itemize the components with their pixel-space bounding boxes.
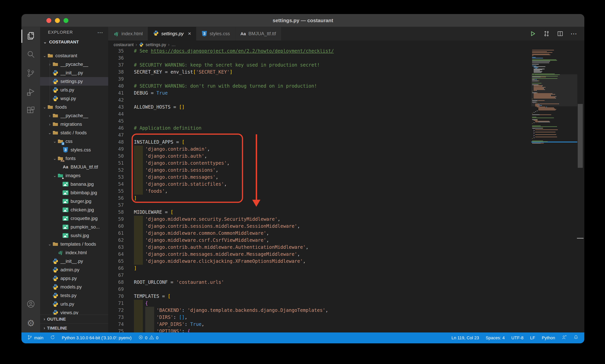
activity-item-account[interactable] — [21, 295, 40, 314]
tree-item-label: settings.py — [60, 79, 83, 84]
close-tab-icon[interactable]: × — [188, 31, 191, 37]
tree-item--pycache-[interactable]: ›__pycache__ — [40, 111, 108, 120]
extensions-icon — [26, 106, 35, 116]
breadcrumb-item[interactable]: settings.py — [146, 42, 166, 47]
code-line-68: 68ROOT_URLCONF = 'costaurant.urls' — [108, 279, 584, 286]
tree-item-label: fonts — [66, 156, 76, 161]
activity-item-source-control[interactable] — [21, 64, 40, 83]
tree-item-admin-py[interactable]: admin.py — [40, 265, 108, 274]
status-label: UTF-8 — [511, 335, 523, 340]
tab-styles-css[interactable]: 3styles.css — [196, 27, 235, 40]
status-sync[interactable] — [50, 335, 55, 341]
tree-item-bmjua-ttf-ttf[interactable]: AaBMJUA_ttf.ttf — [40, 163, 108, 171]
tree-item-pumpkin-so-[interactable]: pumpkin_so... — [40, 223, 108, 231]
status-feedback[interactable] — [562, 335, 567, 341]
line-number: 68 — [108, 279, 124, 286]
tree-item-urls-py[interactable]: urls.py — [40, 86, 108, 94]
tree-item-static-foods[interactable]: ⌄static / foods — [40, 129, 108, 137]
activity-item-extensions[interactable] — [21, 102, 40, 120]
minimap[interactable] — [531, 49, 577, 332]
line-content: 'django.contrib.messages.middleware.Mess… — [134, 251, 300, 258]
status-bar-right: Ln 119, Col 23Spaces: 4UTF-8LFPython — [445, 335, 578, 341]
tree-item-index-html[interactable]: djindex.html — [40, 248, 108, 257]
editor-scrollbar[interactable] — [578, 49, 583, 332]
compare-icon[interactable] — [543, 30, 550, 37]
code-editor[interactable]: 35# See https://docs.djangoproject.com/e… — [108, 49, 584, 332]
tree-item-croquette-jpg[interactable]: croquette.jpg — [40, 214, 108, 223]
code-line-38: 38SECRET_KEY = env_list['SECRET_KEY'] — [108, 68, 584, 76]
line-number: 38 — [108, 68, 124, 76]
tree-item-label: urls.py — [60, 301, 74, 307]
status-encoding[interactable]: UTF-8 — [511, 335, 523, 340]
tab-index-html[interactable]: djindex.html — [108, 27, 148, 40]
tree-item--init-py[interactable]: __init__.py — [40, 257, 108, 265]
tab-settings-py[interactable]: settings.py× — [148, 27, 196, 40]
panel-outline[interactable]: ›OUTLINE — [40, 314, 108, 324]
breadcrumb-item[interactable]: … — [172, 42, 176, 47]
activity-item-run-debug[interactable] — [21, 83, 40, 102]
line-number: 65 — [108, 258, 124, 265]
explorer-more-actions-icon[interactable]: ⋯ — [97, 29, 104, 36]
status-interpreter[interactable]: Python 3.10.0 64-bit ('3.10.0': pyenv) — [62, 335, 132, 340]
tree-item-sushi-jpg[interactable]: sushi.jpg — [40, 231, 108, 240]
tree-item-styles-css[interactable]: 3styles.css — [40, 146, 108, 154]
minimap-slider[interactable] — [531, 74, 577, 106]
tree-item-models-py[interactable]: models.py — [40, 283, 108, 291]
code-line-60: 60 'django.contrib.sessions.middleware.S… — [108, 223, 584, 230]
css-folder-icon: 3 — [57, 138, 64, 144]
activity-item-search[interactable] — [21, 46, 40, 64]
workspace-section-header[interactable]: ⌄ COSTAURANT — [40, 38, 108, 46]
line-number: 62 — [108, 237, 124, 244]
status-cursor-position[interactable]: Ln 119, Col 23 — [451, 335, 479, 340]
tree-item-chicken-jpg[interactable]: chicken.jpg — [40, 206, 108, 214]
tree-item-apps-py[interactable]: apps.py — [40, 274, 108, 283]
activity-item-explorer[interactable] — [21, 27, 40, 46]
tree-item--init-py[interactable]: __init__.py — [40, 68, 108, 77]
run-icon[interactable] — [529, 30, 536, 37]
status-branch[interactable]: main — [27, 335, 43, 341]
tree-item-templates-foods[interactable]: ⌄templates / foods — [40, 240, 108, 248]
tree-item-views-py[interactable]: views.py — [40, 308, 108, 314]
image-file-icon — [62, 190, 69, 196]
panel-timeline[interactable]: ›TIMELINE — [40, 324, 108, 332]
tree-item-urls-py[interactable]: urls.py — [40, 300, 108, 308]
tree-item-banana-jpg[interactable]: banana.jpg — [40, 180, 108, 188]
scrollbar-thumb[interactable] — [578, 104, 583, 168]
chevron-down-icon: ⌄ — [52, 139, 57, 144]
status-problems[interactable]: 00 — [138, 335, 158, 341]
code-line-41: 41DEBUG = True — [108, 90, 584, 97]
tree-item-fonts[interactable]: ⌄Aafonts — [40, 154, 108, 163]
breadcrumb-item[interactable]: costaurant — [114, 42, 134, 47]
ellipsis-icon[interactable]: ⋯ — [570, 30, 577, 37]
line-number: 49 — [108, 146, 124, 153]
activity-item-settings[interactable]: ⚙ — [21, 314, 40, 332]
tree-item-css[interactable]: ⌄3css — [40, 137, 108, 146]
tree-item-label: apps.py — [60, 276, 77, 281]
line-number: 43 — [108, 104, 124, 111]
tree-item-costaurant[interactable]: ⌄costaurant — [40, 52, 108, 60]
tree-item-migrations[interactable]: ›migrations — [40, 120, 108, 129]
tree-item-images[interactable]: ⌄▲images — [40, 171, 108, 180]
tab-bmjua-ttf-ttf[interactable]: AaBMJUA_ttf.ttf — [235, 27, 281, 40]
image-file-icon — [62, 215, 69, 221]
tree-item-burger-jpg[interactable]: burger.jpg — [40, 197, 108, 206]
tab-label: BMJUA_ttf.ttf — [248, 31, 276, 36]
status-bar: mainPython 3.10.0 64-bit ('3.10.0': pyen… — [21, 332, 584, 343]
title-bar[interactable]: settings.py — costaurant — [21, 14, 584, 27]
code-line-63: 63 'django.contrib.auth.middleware.Authe… — [108, 244, 584, 251]
status-notifications[interactable] — [573, 335, 578, 341]
status-indentation[interactable]: Spaces: 4 — [486, 335, 505, 340]
tree-item-wsgi-py[interactable]: wsgi.py — [40, 94, 108, 103]
python-file-icon — [153, 30, 159, 37]
tree-item-label: styles.css — [70, 147, 91, 153]
tree-item-tests-py[interactable]: tests.py — [40, 291, 108, 300]
line-content: # SECURITY WARNING: don't run with debug… — [134, 82, 317, 90]
tree-item--pycache-[interactable]: ›__pycache__ — [40, 60, 108, 68]
tree-item-settings-py[interactable]: settings.py — [40, 77, 108, 86]
tree-item-foods[interactable]: ⌄foods — [40, 103, 108, 111]
status-language-mode[interactable]: Python — [542, 335, 555, 340]
line-content: 'django.middleware.clickjacking.XFrameOp… — [134, 258, 306, 265]
split-icon[interactable] — [557, 30, 564, 37]
status-eol[interactable]: LF — [530, 335, 535, 340]
tree-item-bibimbap-jpg[interactable]: bibimbap.jpg — [40, 188, 108, 197]
